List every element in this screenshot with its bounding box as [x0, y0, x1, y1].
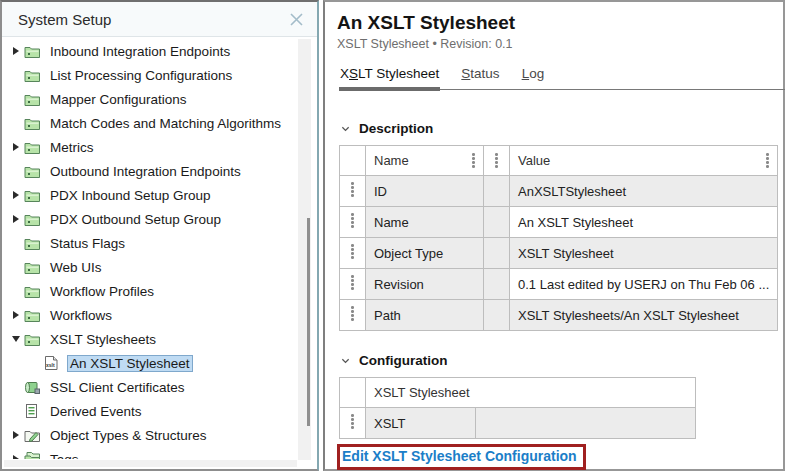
configuration-section-header: Configuration: [341, 353, 783, 368]
row-drag-handle-icon[interactable]: [340, 238, 366, 269]
row-name-cell: ID: [366, 176, 484, 207]
tree-item-derived-events[interactable]: Derived Events: [2, 399, 299, 423]
tree-item-pdx-outbound-setup-group[interactable]: PDX Outbound Setup Group: [2, 207, 299, 231]
tree-item-label: PDX Inbound Setup Group: [47, 187, 214, 204]
document-list-icon: [24, 403, 42, 419]
column-header-name: Name: [366, 146, 484, 176]
tab-status[interactable]: Status: [460, 66, 500, 89]
tree-item-tags[interactable]: Tags: [2, 447, 299, 459]
table-row-xslt: XSLT: [340, 408, 696, 439]
row-spacer-cell: [484, 300, 510, 331]
folder-icon: [24, 211, 42, 227]
row-value-cell: 0.1 Last edited by USERJ on Thu Feb 06 .…: [510, 269, 778, 300]
collapse-section-icon[interactable]: [341, 356, 350, 365]
folder-icon: [24, 283, 42, 299]
column-menu-icon[interactable]: [495, 153, 498, 168]
folder-icon: [24, 163, 42, 179]
tree-item-status-flags[interactable]: Status Flags: [2, 231, 299, 255]
sidebar-horizontal-scrollbar-track[interactable]: [4, 460, 297, 467]
tree-item-mapper-configurations[interactable]: Mapper Configurations: [2, 87, 299, 111]
collapse-arrow-icon[interactable]: [12, 336, 20, 342]
tree-item-list-processing-configurations[interactable]: List Processing Configurations: [2, 63, 299, 87]
tree-item-label: Outbound Integration Endpoints: [47, 163, 244, 180]
column-menu-icon[interactable]: [472, 153, 475, 168]
expand-arrow-icon[interactable]: [13, 47, 19, 55]
expand-arrow-icon[interactable]: [13, 143, 19, 151]
folders-stack-icon: [24, 451, 42, 459]
row-value-cell: AnXSLTStylesheet: [510, 176, 778, 207]
row-name-cell: Revision: [366, 269, 484, 300]
tree-item-label-selected: An XSLT Stylesheet: [67, 355, 193, 372]
row-drag-handle-icon[interactable]: [340, 176, 366, 207]
tree-item-an-xslt-stylesheet[interactable]: xslt An XSLT Stylesheet: [2, 351, 299, 375]
configuration-table-header-row: XSLT Stylesheet: [340, 378, 696, 408]
xslt-file-icon: xslt: [44, 355, 62, 371]
tree-item-label: Object Types & Structures: [47, 427, 210, 444]
folder-icon: [24, 115, 42, 131]
column-header-value: Value: [510, 146, 778, 176]
tab-bar: XSLT Stylesheet Status Log: [339, 66, 785, 90]
sidebar-vertical-scrollbar-thumb[interactable]: [307, 218, 310, 426]
column-header-xslt-stylesheet: XSLT Stylesheet: [366, 378, 696, 408]
tree-item-outbound-integration-endpoints[interactable]: Outbound Integration Endpoints: [2, 159, 299, 183]
tab-xslt-stylesheet[interactable]: XSLT Stylesheet: [339, 66, 440, 89]
description-table-header-row: Name Value: [340, 146, 778, 176]
page-title: An XSLT Stylesheet: [337, 10, 783, 35]
collapse-section-icon[interactable]: [341, 124, 350, 133]
row-name-cell: Object Type: [366, 238, 484, 269]
folder-icon: [24, 187, 42, 203]
row-drag-handle-icon[interactable]: [340, 207, 366, 238]
application-window: System Setup Inbound Integration Endpoin…: [0, 0, 785, 471]
configuration-table: XSLT Stylesheet XSLT: [339, 377, 696, 439]
row-drag-handle-icon[interactable]: [340, 300, 366, 331]
folder-icon: [24, 67, 42, 83]
tree-item-workflow-profiles[interactable]: Workflow Profiles: [2, 279, 299, 303]
system-setup-tree: Inbound Integration Endpoints List Proce…: [2, 39, 299, 459]
table-row-name: Name An XSLT Stylesheet: [340, 207, 778, 238]
annotation-highlight-box: Edit XSLT Stylesheet Configuration: [337, 444, 586, 470]
tree-item-label: Tags: [47, 451, 82, 460]
tree-item-pdx-inbound-setup-group[interactable]: PDX Inbound Setup Group: [2, 183, 299, 207]
tree-item-xslt-stylesheets[interactable]: XSLT Stylesheets: [2, 327, 299, 351]
tree-item-object-types-structures[interactable]: Object Types & Structures: [2, 423, 299, 447]
row-value-cell: [476, 408, 696, 439]
expand-arrow-icon[interactable]: [13, 191, 19, 199]
folder-icon: [24, 331, 42, 347]
tree-item-ssl-client-certificates[interactable]: SSL Client Certificates: [2, 375, 299, 399]
close-icon[interactable]: [285, 8, 307, 30]
edit-xslt-stylesheet-configuration-link[interactable]: Edit XSLT Stylesheet Configuration: [342, 448, 577, 464]
tab-log[interactable]: Log: [521, 66, 546, 89]
expand-arrow-icon[interactable]: [13, 311, 19, 319]
tree-item-label: Workflow Profiles: [47, 283, 157, 300]
description-table: Name Value ID AnXSLTStylesheet Name An X…: [339, 145, 778, 331]
tree-item-inbound-integration-endpoints[interactable]: Inbound Integration Endpoints: [2, 39, 299, 63]
tree-item-label: PDX Outbound Setup Group: [47, 211, 224, 228]
description-section-header: Description: [341, 121, 783, 136]
configuration-section-title: Configuration: [359, 353, 447, 368]
tree-item-web-uis[interactable]: Web UIs: [2, 255, 299, 279]
column-menu-icon[interactable]: [766, 153, 769, 168]
column-header-spacer: [484, 146, 510, 176]
tree-item-match-codes[interactable]: Match Codes and Matching Algorithms: [2, 111, 299, 135]
tree-item-label: Mapper Configurations: [47, 91, 190, 108]
row-drag-handle-icon[interactable]: [340, 408, 366, 439]
tree-item-workflows[interactable]: Workflows: [2, 303, 299, 327]
expand-arrow-icon[interactable]: [13, 215, 19, 223]
expand-arrow-icon[interactable]: [13, 431, 19, 439]
row-spacer-cell: [484, 176, 510, 207]
folder-icon: [24, 43, 42, 59]
tree-item-label: Metrics: [47, 139, 97, 156]
svg-text:xslt: xslt: [46, 362, 55, 368]
header-handle-cell: [340, 378, 366, 408]
row-drag-handle-icon[interactable]: [340, 269, 366, 300]
tree-item-metrics[interactable]: Metrics: [2, 135, 299, 159]
table-row-id: ID AnXSLTStylesheet: [340, 176, 778, 207]
sidebar-title: System Setup: [18, 11, 285, 28]
detail-panel: An XSLT Stylesheet XSLT Stylesheet • Rev…: [323, 0, 785, 471]
table-row-object-type: Object Type XSLT Stylesheet: [340, 238, 778, 269]
row-name-cell: Name: [366, 207, 484, 238]
tree-item-label: Inbound Integration Endpoints: [47, 43, 233, 60]
tree-item-label: Derived Events: [47, 403, 145, 420]
folder-icon: [24, 139, 42, 155]
expand-arrow-icon[interactable]: [13, 455, 19, 459]
